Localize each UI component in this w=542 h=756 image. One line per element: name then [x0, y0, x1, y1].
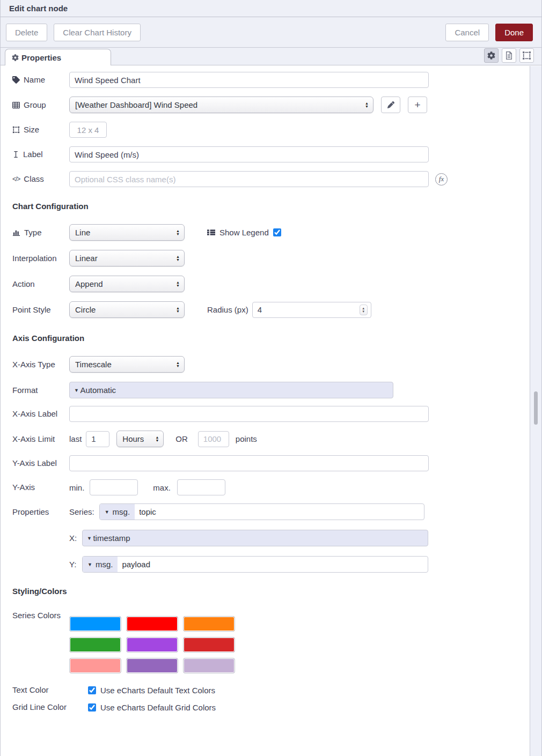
clear-chart-history-button[interactable]: Clear Chart History: [54, 24, 141, 41]
format-row: Format ▼ Automatic: [12, 382, 531, 398]
size-button[interactable]: 12 x 4: [69, 122, 107, 138]
default-grid-colors-checkbox[interactable]: [88, 703, 96, 711]
scrollbar-thumb[interactable]: [534, 391, 538, 425]
list-icon: [207, 228, 215, 236]
select-arrows-icon: ▲▼: [176, 307, 180, 313]
select-arrows-icon: ▲▼: [176, 255, 180, 262]
group-label: Group: [24, 100, 46, 110]
y-type-button[interactable]: ▼ msg.: [83, 557, 118, 572]
x-axis-label-input[interactable]: [69, 406, 429, 422]
group-row: Group [Weather Dashboard] Wind Speed ▲▼ …: [12, 97, 531, 113]
stepper-icon[interactable]: ▲▼: [360, 305, 368, 315]
size-label: Size: [24, 125, 39, 135]
styling-colors-heading: Styling/Colors: [12, 587, 531, 596]
y-max-input[interactable]: [177, 479, 225, 495]
series-type-label: msg.: [113, 507, 130, 516]
series-colors-row: Series Colors: [12, 609, 531, 673]
type-row: Type Line ▲▼ Show Legend: [12, 224, 531, 241]
series-colors-label: Series Colors: [12, 611, 61, 620]
fx-icon[interactable]: fx: [435, 173, 448, 186]
tab-strip: Properties: [1, 48, 541, 65]
pencil-icon: [387, 101, 394, 108]
x-axis-type-label: X-Axis Type: [12, 360, 55, 369]
interpolation-select-value: Linear: [75, 254, 172, 263]
label-input[interactable]: [69, 146, 429, 162]
show-legend-label: Show Legend: [219, 228, 269, 237]
default-text-colors-checkbox[interactable]: [88, 686, 96, 694]
caret-down-icon: ▼: [74, 388, 80, 393]
series-color-swatch[interactable]: [183, 637, 235, 653]
dialog-header: Edit chart node: [1, 0, 541, 17]
caret-down-icon: ▼: [87, 562, 92, 567]
node-description-button[interactable]: [502, 48, 516, 63]
done-button[interactable]: Done: [495, 24, 533, 41]
series-color-swatch[interactable]: [183, 658, 235, 673]
series-color-swatch[interactable]: [183, 616, 235, 632]
y-typed-input[interactable]: ▼ msg. payload: [82, 556, 428, 573]
axis-configuration-heading: Axis Configuration: [12, 333, 531, 343]
series-color-swatch[interactable]: [69, 637, 121, 653]
x-axis-label-label: X-Axis Label: [12, 409, 57, 419]
y-axis-label: Y-Axis: [12, 483, 35, 492]
label-row: Label: [12, 146, 531, 162]
vertical-scrollbar[interactable]: [530, 66, 541, 756]
code-icon: </>: [12, 175, 20, 183]
text-color-row: Text Color Use eCharts Default Text Colo…: [12, 685, 531, 695]
y-max-label: max.: [153, 483, 171, 492]
name-input[interactable]: [69, 72, 429, 88]
action-row: Action Append ▲▼: [12, 276, 531, 292]
y-min-input[interactable]: [90, 479, 138, 495]
edit-form: Name Group [Weather Dashboard] Wind Spee…: [1, 65, 531, 712]
node-properties-button[interactable]: [484, 48, 499, 63]
x-typed-input[interactable]: ▼ timestamp: [82, 530, 428, 546]
series-color-swatch[interactable]: [126, 658, 178, 673]
radius-input[interactable]: [252, 302, 371, 318]
series-colors-grid: [69, 616, 235, 673]
limit-points-input[interactable]: [198, 431, 229, 447]
series-color-swatch[interactable]: [126, 616, 178, 632]
edit-group-button[interactable]: [381, 97, 400, 113]
table-icon: [12, 101, 20, 109]
group-select-value: [Weather Dashboard] Wind Speed: [75, 100, 361, 109]
points-label: points: [236, 434, 257, 443]
limit-value-input[interactable]: [86, 431, 109, 447]
series-typed-input[interactable]: ▼ msg. topic: [99, 503, 424, 520]
gear-icon: [487, 51, 495, 60]
series-value: topic: [135, 504, 160, 520]
series-color-swatch[interactable]: [69, 616, 121, 632]
point-style-select[interactable]: Circle ▲▼: [69, 301, 185, 318]
point-style-label: Point Style: [12, 305, 51, 315]
series-color-swatch[interactable]: [126, 637, 178, 653]
name-row: Name: [12, 72, 531, 88]
tab-properties[interactable]: Properties: [5, 49, 111, 65]
class-input[interactable]: [69, 171, 429, 187]
properties-label: Properties: [12, 507, 49, 517]
action-select[interactable]: Append ▲▼: [69, 276, 185, 292]
add-group-button[interactable]: +: [408, 97, 427, 113]
format-typed-input[interactable]: ▼ Automatic: [69, 382, 393, 398]
node-appearance-button[interactable]: [519, 48, 534, 63]
x-axis-type-select[interactable]: Timescale ▲▼: [69, 356, 185, 373]
select-arrows-icon: ▲▼: [176, 229, 180, 236]
x-type-label: timestamp: [93, 533, 130, 543]
format-label: Format: [12, 386, 38, 395]
grid-color-row: Grid Line Color Use eCharts Default Grid…: [12, 702, 531, 712]
delete-button[interactable]: Delete: [6, 24, 47, 41]
label-label: Label: [23, 150, 43, 159]
limit-unit-select[interactable]: Hours ▲▼: [116, 431, 164, 447]
select-arrows-icon: ▲▼: [365, 102, 369, 108]
caret-down-icon: ▼: [105, 509, 109, 515]
or-label: OR: [175, 434, 188, 443]
x-property-label: X:: [69, 533, 82, 543]
group-select[interactable]: [Weather Dashboard] Wind Speed ▲▼: [69, 97, 373, 113]
plus-icon: +: [414, 100, 420, 110]
type-select[interactable]: Line ▲▼: [69, 224, 185, 241]
y-axis-minmax-row: Y-Axis min. max.: [12, 479, 531, 495]
y-axis-label-input[interactable]: [69, 455, 429, 471]
cancel-button[interactable]: Cancel: [445, 24, 489, 41]
series-label: Series:: [69, 507, 94, 516]
show-legend-checkbox[interactable]: [273, 228, 281, 236]
series-type-button[interactable]: ▼ msg.: [100, 504, 135, 520]
series-color-swatch[interactable]: [69, 658, 121, 673]
interpolation-select[interactable]: Linear ▲▼: [69, 250, 185, 266]
